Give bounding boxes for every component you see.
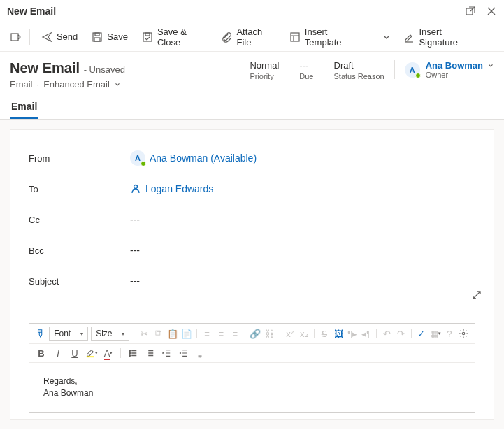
superscript-icon[interactable]: x²: [285, 327, 296, 340]
svg-point-16: [129, 355, 131, 357]
owner-avatar: A: [405, 62, 420, 78]
size-dropdown[interactable]: Size▾: [91, 327, 129, 341]
rich-text-editor: Font▾ Size▾ ✂ ⧉ 📋 📄 ≡ ≡ ≡ 🔗 ⛓ x² x₂: [29, 323, 475, 413]
bcc-value[interactable]: ---: [130, 245, 475, 256]
paste-text-icon[interactable]: 📄: [181, 327, 192, 340]
window-title: New Email: [7, 6, 56, 17]
bcc-label: Bcc: [29, 245, 130, 256]
due-stat[interactable]: --- Due: [289, 60, 323, 80]
command-bar: Send Save Save & Close Attach File Inser…: [0, 22, 504, 52]
svg-rect-1: [11, 34, 18, 41]
svg-point-11: [134, 185, 138, 189]
svg-rect-13: [87, 356, 94, 357]
italic-icon[interactable]: I: [52, 347, 64, 359]
overflow-button[interactable]: [486, 27, 500, 46]
bold-icon[interactable]: B: [35, 347, 48, 359]
cut-icon[interactable]: ✂: [138, 327, 150, 340]
from-value[interactable]: A Ana Bowman (Available): [130, 150, 475, 166]
editor-toolbar-row2: B I U ▾ A▾: [29, 344, 475, 363]
align-left-icon[interactable]: ≡: [201, 327, 213, 340]
subject-input[interactable]: ---: [130, 275, 475, 287]
save-status: - Unsaved: [84, 64, 125, 75]
subscript-icon[interactable]: x₂: [298, 327, 310, 340]
to-value[interactable]: Logan Edwards: [130, 183, 475, 194]
page-title: New Email: [10, 60, 80, 76]
expand-editor-icon[interactable]: [471, 289, 482, 301]
popout-icon[interactable]: [465, 6, 476, 17]
settings-icon[interactable]: [458, 327, 469, 340]
svg-point-15: [129, 352, 131, 354]
breadcrumb-entity: Email: [10, 79, 33, 89]
format-painter-icon[interactable]: [35, 327, 46, 340]
subject-label: Subject: [29, 276, 130, 287]
ltr-icon[interactable]: ¶▸: [347, 327, 358, 340]
new-record-button[interactable]: [4, 27, 24, 47]
unlink-icon[interactable]: ⛓: [264, 327, 275, 340]
form-card: From A Ana Bowman (Available) To Logan E…: [10, 129, 494, 420]
insert-template-chevron[interactable]: [378, 27, 395, 47]
help-icon[interactable]: ?: [444, 327, 455, 340]
svg-rect-0: [466, 8, 473, 15]
bcc-row: Bcc ---: [29, 235, 475, 266]
bullet-list-icon[interactable]: [127, 347, 139, 359]
copy-icon[interactable]: ⧉: [153, 327, 164, 340]
font-dropdown[interactable]: Font▾: [49, 327, 88, 341]
close-icon[interactable]: [486, 6, 497, 17]
attach-file-label: Attach File: [236, 27, 275, 48]
subject-row: Subject ---: [29, 266, 475, 296]
form-surface: From A Ana Bowman (Available) To Logan E…: [0, 120, 504, 429]
send-button[interactable]: Send: [36, 27, 83, 47]
owner-lookup[interactable]: A Ana Bowman Owner: [394, 60, 494, 79]
breadcrumb-form[interactable]: Enhanced Email: [43, 79, 110, 89]
cc-row: Cc ---: [29, 204, 475, 235]
breadcrumb: Email · Enhanced Email: [10, 79, 240, 89]
save-label: Save: [107, 31, 128, 42]
status-reason-stat[interactable]: Draft Status Reason: [324, 60, 394, 80]
to-row: To Logan Edwards: [29, 173, 475, 204]
attach-file-button[interactable]: Attach File: [215, 22, 280, 52]
from-label: From: [29, 153, 130, 164]
strikethrough-icon[interactable]: S̶: [319, 327, 330, 340]
clear-format-icon[interactable]: ✓: [416, 327, 427, 340]
svg-point-12: [462, 332, 465, 335]
indent-icon[interactable]: [177, 347, 189, 359]
insert-template-label: Insert Template: [305, 27, 361, 48]
align-right-icon[interactable]: ≡: [229, 327, 240, 340]
undo-icon[interactable]: ↶: [381, 327, 392, 340]
rtl-icon[interactable]: ◂¶: [361, 327, 372, 340]
insert-template-button[interactable]: Insert Template: [284, 22, 367, 52]
cc-value[interactable]: ---: [130, 214, 475, 225]
contact-icon: [130, 183, 141, 194]
save-button[interactable]: Save: [86, 27, 134, 47]
blockquote-icon[interactable]: „: [194, 347, 206, 359]
chevron-down-icon[interactable]: [487, 62, 494, 69]
outdent-icon[interactable]: [160, 347, 173, 359]
insert-signature-button[interactable]: Insert Signature: [398, 22, 483, 52]
align-center-icon[interactable]: ≡: [215, 327, 226, 340]
number-list-icon[interactable]: [143, 347, 156, 359]
image-icon[interactable]: 🖼: [333, 327, 344, 340]
link-icon[interactable]: 🔗: [250, 327, 261, 340]
send-label: Send: [57, 31, 78, 42]
svg-rect-7: [291, 33, 299, 41]
svg-rect-5: [143, 33, 152, 41]
font-color-icon[interactable]: A▾: [102, 347, 115, 359]
editor-toolbar-row1: Font▾ Size▾ ✂ ⧉ 📋 📄 ≡ ≡ ≡ 🔗 ⛓ x² x₂: [29, 324, 475, 344]
svg-rect-6: [145, 33, 150, 36]
separator: [29, 29, 30, 45]
separator: [373, 29, 373, 45]
editor-body[interactable]: Regards, Ana Bowman: [29, 363, 475, 412]
insert-signature-label: Insert Signature: [419, 27, 477, 48]
underline-icon[interactable]: U: [69, 347, 81, 359]
form-header: New Email - Unsaved Email · Enhanced Ema…: [0, 52, 504, 95]
paste-icon[interactable]: 📋: [167, 327, 178, 340]
highlight-icon[interactable]: ▾: [85, 347, 98, 359]
tab-email[interactable]: Email: [10, 95, 38, 119]
table-icon[interactable]: ▦▾: [430, 327, 441, 340]
chevron-down-icon[interactable]: [114, 81, 121, 88]
svg-rect-3: [95, 33, 99, 36]
save-close-button[interactable]: Save & Close: [136, 22, 213, 52]
priority-stat[interactable]: Normal Priority: [250, 60, 289, 80]
redo-icon[interactable]: ↷: [395, 327, 406, 340]
title-bar: New Email: [0, 0, 504, 22]
